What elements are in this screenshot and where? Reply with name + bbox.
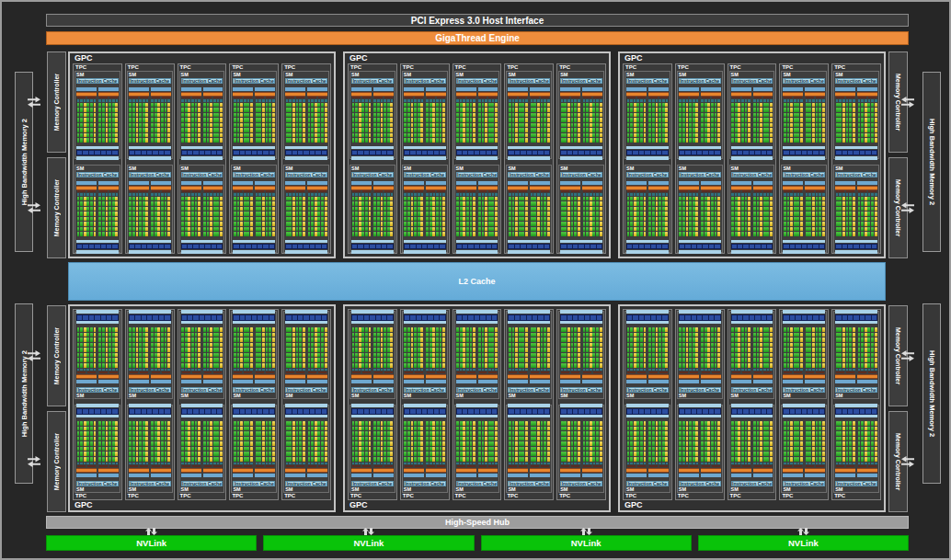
core-cell <box>652 441 655 446</box>
warp-scheduler-bar <box>478 468 498 473</box>
core-cell <box>784 431 786 436</box>
core-cell <box>155 441 157 446</box>
core-cell <box>418 128 420 132</box>
core-cell <box>244 333 246 337</box>
core-cell <box>627 343 630 348</box>
core-cell <box>203 437 206 441</box>
core-grid <box>233 327 253 368</box>
core-cell <box>195 451 198 456</box>
sm-partition <box>404 327 424 383</box>
dp-unit-cell <box>94 421 97 426</box>
dp-unit-cell <box>381 427 384 431</box>
dp-unit-cell <box>600 358 602 362</box>
core-cell <box>191 447 194 451</box>
register-file-segment <box>102 99 105 102</box>
dp-unit-cell <box>812 427 815 431</box>
dp-unit-cell <box>644 358 647 362</box>
dp-unit-cell <box>547 138 550 143</box>
dp-unit-cell <box>272 441 275 446</box>
dp-unit-cell <box>822 207 825 211</box>
core-cell <box>519 333 521 337</box>
core-cell <box>662 441 665 446</box>
core-cell <box>80 447 83 451</box>
register-file-row <box>151 193 171 197</box>
dp-unit-cell <box>748 353 750 358</box>
dp-unit-cell <box>525 343 528 348</box>
dp-unit-cell <box>115 431 118 436</box>
dp-unit-cell <box>84 358 86 362</box>
core-cell <box>858 337 861 342</box>
dp-unit-cell <box>136 128 139 132</box>
core-cell <box>213 217 216 222</box>
register-file-row <box>508 193 528 197</box>
dp-unit-cell <box>157 348 160 352</box>
core-cell <box>630 103 633 108</box>
core-cell <box>470 227 473 232</box>
dp-unit-cell <box>420 207 423 211</box>
core-cell <box>808 343 811 348</box>
register-file-segment <box>456 99 459 102</box>
instruction-buffer-bar <box>805 380 825 383</box>
core-cell <box>102 133 105 138</box>
dp-unit-cell <box>473 441 476 446</box>
core-cell <box>80 421 83 426</box>
tpc-label: TPC <box>179 493 225 499</box>
core-cell <box>426 457 429 462</box>
core-cell <box>753 343 756 348</box>
core-cell <box>365 447 368 451</box>
core-cell <box>308 353 311 358</box>
dp-unit-cell <box>525 118 528 122</box>
dp-unit-cell <box>707 431 710 436</box>
texture-unit <box>561 245 566 249</box>
dp-unit-cell <box>157 427 160 431</box>
core-cell <box>731 327 734 332</box>
core-cell <box>735 363 738 368</box>
core-cell <box>693 431 695 436</box>
dp-unit-cell <box>853 337 855 342</box>
sm-partition <box>805 421 825 477</box>
core-cell <box>470 327 473 332</box>
register-file-segment <box>237 193 240 196</box>
sm-partitions <box>626 421 669 477</box>
core-cell <box>365 343 368 348</box>
core-cell <box>352 128 355 132</box>
dp-unit-cell <box>220 133 223 138</box>
core-cell <box>648 123 651 128</box>
core-cell <box>414 133 417 138</box>
dp-unit-cell <box>853 197 855 201</box>
dp-unit-cell <box>136 201 139 206</box>
dp-unit-cell <box>145 333 148 337</box>
texture-unit <box>428 151 432 155</box>
core-cell <box>98 232 101 236</box>
core-cell <box>286 441 289 446</box>
core-grid <box>456 197 476 237</box>
instruction-buffer-bar <box>129 474 149 477</box>
core-cell <box>808 138 811 143</box>
register-file-segment <box>381 99 384 102</box>
core-cell <box>491 431 494 436</box>
core-cell <box>440 353 442 358</box>
core-cell <box>596 337 599 342</box>
dp-unit-cell <box>473 358 476 362</box>
core-cell <box>440 197 442 201</box>
core-cell <box>407 211 410 216</box>
core-cell <box>787 222 790 226</box>
hbm-link-arrows-right-1 <box>900 202 914 213</box>
sm-block: SMInstruction Cache <box>624 165 670 253</box>
tpc-label: TPC <box>677 64 723 71</box>
core-cell <box>867 138 870 143</box>
core-cell <box>871 232 874 236</box>
core-cell <box>191 118 194 122</box>
core-cell <box>478 437 481 441</box>
sm-partition <box>98 327 119 383</box>
core-cell <box>436 232 439 236</box>
core-cell <box>256 113 258 118</box>
dp-unit-cell <box>94 123 97 128</box>
core-cell <box>766 128 769 132</box>
dp-unit-cell <box>303 197 305 201</box>
core-cell <box>592 227 595 232</box>
texture-unit <box>597 315 602 320</box>
core-cell <box>519 447 521 451</box>
register-file-segment <box>717 193 720 196</box>
core-cell <box>352 118 355 122</box>
